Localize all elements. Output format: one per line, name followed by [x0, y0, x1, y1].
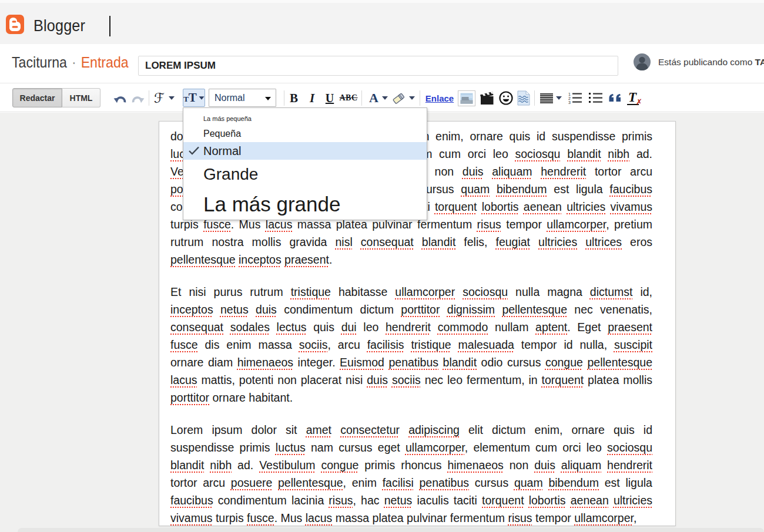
toolbar-divider: [420, 90, 420, 106]
misspelled-word: torquent: [435, 200, 477, 213]
breadcrumb: Taciturna·Entrada: [12, 53, 129, 72]
alignment-button[interactable]: [540, 84, 554, 112]
text-line: inceptos netus duis condimentum dictum p…: [170, 301, 652, 318]
misspelled-word: torquent: [482, 494, 524, 507]
insert-emoji-button[interactable]: [498, 84, 514, 112]
misspelled-word: ultricies: [567, 200, 605, 213]
align-justify-icon: [540, 93, 553, 103]
size-menu-item-label: Grande: [183, 165, 258, 184]
chevron-down-icon: [169, 96, 175, 100]
svg-text:1: 1: [568, 92, 571, 96]
underline-icon: U: [326, 92, 334, 105]
font-size-button[interactable]: TT: [183, 89, 205, 107]
misspelled-word: nibh: [608, 147, 629, 160]
publishing-as-name: TACITURNA: [755, 57, 764, 67]
svg-text:3: 3: [568, 100, 571, 104]
misspelled-word: fusce: [170, 338, 198, 351]
insert-video-button[interactable]: [479, 84, 495, 112]
font-size-icon: TT: [183, 92, 197, 104]
chevron-down-icon: [382, 96, 388, 100]
misspelled-word: nibh: [210, 459, 232, 472]
quote-button[interactable]: [608, 84, 623, 112]
html-mode-button[interactable]: HTML: [62, 88, 100, 107]
misspelled-word: tristique: [411, 338, 451, 351]
font-family-dropdown-arrow[interactable]: [167, 84, 176, 112]
post-title-input[interactable]: [138, 56, 618, 76]
misspelled-word: commodo: [438, 321, 488, 334]
misspelled-word: hendrerit: [386, 321, 431, 334]
misspelled-word: aenean: [571, 494, 609, 507]
misspelled-word: quam: [461, 183, 490, 196]
bullet-list-button[interactable]: [588, 84, 604, 112]
undo-button[interactable]: [112, 84, 128, 112]
redo-button[interactable]: [130, 84, 146, 112]
paragraph: Et nisi purus rutrum tristique habitasse…: [170, 283, 652, 406]
insert-image-button[interactable]: [458, 84, 475, 112]
misspelled-word: consectetur: [340, 423, 400, 436]
insert-pagebreak-button[interactable]: [515, 84, 532, 112]
misspelled-word: adipiscing: [408, 423, 460, 436]
text-line: rutrum nostra mollis gravida nisl conseq…: [170, 233, 652, 251]
misspelled-word: ullamcorper: [395, 285, 455, 298]
chevron-down-icon: [265, 97, 271, 100]
misspelled-word: hendrerit: [607, 459, 652, 472]
misspelled-word: sociosqu: [515, 147, 560, 160]
text-line: Et nisi purus rutrum tristique habitasse…: [170, 283, 652, 301]
paragraph-format-select[interactable]: Normal: [209, 89, 276, 107]
numbered-list-button[interactable]: 1 2 3: [568, 84, 583, 112]
text-line: ornare diam himenaeos integer. Euismod p…: [170, 353, 652, 371]
misspelled-word: suscipit: [614, 338, 652, 351]
misspelled-word: bibendum: [548, 476, 599, 489]
paragraph-format-value: Normal: [209, 93, 245, 103]
misspelled-word: duis: [534, 459, 555, 472]
svg-text:2: 2: [568, 96, 571, 100]
toolbar-divider: [284, 90, 284, 106]
video-icon: [480, 90, 495, 106]
misspelled-word: dictumst: [590, 285, 633, 298]
misspelled-word: lectus: [277, 321, 307, 334]
misspelled-word: blandit: [567, 147, 601, 160]
misspelled-word: risus: [508, 511, 532, 524]
size-menu-item-label: Pequeña: [183, 129, 241, 139]
misspelled-word: vivamus: [170, 511, 213, 524]
size-menu-item-3[interactable]: Grande: [183, 160, 427, 189]
size-menu-item-4[interactable]: La más grande: [183, 189, 427, 219]
misspelled-word: sociosqu: [463, 285, 508, 298]
toolbar-divider: [534, 90, 535, 106]
link-button[interactable]: Enlace: [425, 84, 454, 112]
misspelled-word: amet: [306, 423, 331, 436]
misspelled-word: blandit: [422, 235, 455, 248]
text-line: vivamus turpis fusce. Mus lacus massa pl…: [170, 509, 652, 526]
size-menu-item-0[interactable]: La más pequeña: [183, 112, 427, 126]
clear-formatting-button[interactable]: T ✗: [626, 84, 643, 112]
compose-mode-button[interactable]: Redactar: [12, 88, 62, 107]
misspelled-word: duis: [367, 373, 388, 386]
misspelled-word: malesuada: [458, 338, 514, 351]
misspelled-word: faucibus: [609, 183, 652, 196]
misspelled-word: blandit: [170, 459, 204, 472]
text-line: Lorem ipsum dolor sit amet consectetur a…: [170, 421, 652, 439]
blogger-logo-icon[interactable]: [6, 15, 24, 34]
misspelled-word: duis: [463, 165, 484, 178]
numbered-list-icon: 1 2 3: [568, 92, 582, 104]
image-icon: [458, 90, 475, 106]
font-family-button[interactable]: ℱ: [152, 84, 167, 112]
size-menu-item-2[interactable]: Normal: [183, 142, 427, 160]
text-line: fusce dis enim massa sociis, arcu facili…: [170, 336, 652, 353]
bold-icon: B: [290, 91, 298, 106]
font-family-icon: ℱ: [154, 90, 165, 106]
horizontal-scrollbar[interactable]: [18, 528, 764, 532]
misspelled-word: lacus: [306, 511, 333, 524]
misspelled-word: feugiat: [495, 235, 530, 248]
text-line: tortor arcu posuere pellentesque, enim f…: [170, 474, 652, 491]
misspelled-word: facilisi: [383, 476, 414, 489]
misspelled-word: faucibus: [170, 494, 213, 507]
misspelled-word: praesent: [608, 321, 652, 334]
misspelled-word: aptent: [535, 321, 567, 334]
chevron-down-icon: [409, 96, 415, 100]
alignment-dropdown-arrow[interactable]: [555, 84, 563, 112]
misspelled-word: porttitor: [170, 391, 209, 404]
size-menu-item-1[interactable]: Pequeña: [183, 126, 427, 142]
emoji-icon: [499, 91, 513, 105]
misspelled-word: nisl: [335, 235, 352, 248]
